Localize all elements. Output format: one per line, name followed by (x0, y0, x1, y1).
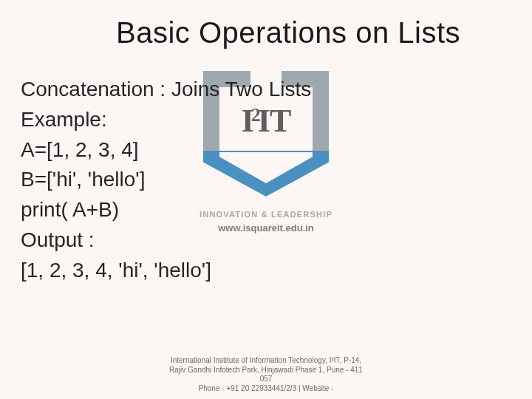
content-line: A=[1, 2, 3, 4] (21, 135, 511, 165)
content-line: [1, 2, 3, 4, 'hi', 'hello'] (21, 256, 511, 285)
slide-footer: International Institute of Information T… (163, 356, 369, 393)
footer-line: Phone - +91 20 22933441/2/3 | Website - (163, 384, 369, 394)
content-line: Concatenation : Joins Two Lists (21, 75, 511, 104)
slide: I2IT INNOVATION & LEADERSHIP www.isquare… (0, 0, 532, 399)
content-line: B=['hi', 'hello'] (21, 165, 511, 194)
footer-line: International Institute of Information T… (163, 356, 369, 384)
slide-title: Basic Operations on Lists (21, 16, 511, 50)
slide-content: Concatenation : Joins Two Lists Example:… (21, 75, 511, 284)
content-line: Example: (21, 105, 511, 134)
content-line: Output : (21, 225, 511, 255)
content-line: print( A+B) (21, 195, 511, 225)
